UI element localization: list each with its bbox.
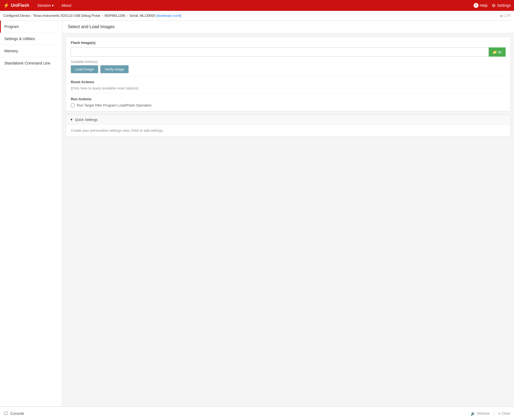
configured-device-label: Configured Device <box>3 14 30 18</box>
sidebar-item-standalone[interactable]: Standalone Command Line <box>0 57 62 69</box>
sidebar-item-program[interactable]: Program <box>0 21 62 33</box>
load-image-button[interactable]: Load Image <box>71 65 98 73</box>
verbose-label: Verbose <box>477 411 490 415</box>
clear-label: Clear <box>502 411 510 415</box>
top-nav: ⚡ UniFlash Session ▾ About ? Help ⚙ Sett… <box>0 0 514 11</box>
serial-value: ML130000 <box>140 14 155 18</box>
run-target-label: Run Target After Program Load/Flash Oper… <box>77 103 152 107</box>
console-icon: ☐ <box>4 411 8 416</box>
main-layout: Program Settings & Utilities Memory Stan… <box>0 21 514 406</box>
console-label: Console <box>10 411 24 416</box>
run-target-row: Run Target After Program Load/Flash Oper… <box>71 103 506 107</box>
flash-icon: ⚡ <box>3 2 9 8</box>
help-icon: ? <box>474 3 478 8</box>
help-button[interactable]: ? Help <box>474 3 488 8</box>
sidebar: Program Settings & Utilities Memory Stan… <box>0 21 62 406</box>
flash-images-label: Flash Image(s) <box>71 41 506 45</box>
console-action-divider: | <box>493 411 494 416</box>
session-menu[interactable]: Session ▾ <box>35 2 57 9</box>
session-dropdown-arrow: ▾ <box>52 3 54 8</box>
breadcrumb-sep-2: › <box>127 14 128 18</box>
sidebar-item-memory[interactable]: Memory <box>0 45 62 57</box>
actions-row: Load Image Verify Image <box>71 65 506 73</box>
app-name: UniFlash <box>11 3 29 8</box>
settings-button[interactable]: ⚙ Settings <box>492 3 511 8</box>
quick-settings-body: Create your personalize settings view. C… <box>66 125 510 136</box>
reset-actions-label: Reset Actions <box>71 80 506 84</box>
clear-button[interactable]: ≡ Clear <box>498 411 510 416</box>
serial-label: Serial: <box>130 14 139 18</box>
device-name: Texas Instruments XDS110 USB Debug Probe <box>33 14 100 18</box>
content-header: Select and Load Images <box>62 21 514 33</box>
quick-settings-card: ▼ Quick Settings Create your personalize… <box>66 115 511 137</box>
download-ccxml-link[interactable]: [download ccxml] <box>156 14 181 18</box>
verbose-button[interactable]: 🔊 Verbose <box>471 411 490 416</box>
verify-image-button[interactable]: Verify Image <box>100 65 129 73</box>
flash-images-card: Flash Image(s) 📁 Br Available Action(s) … <box>66 37 511 111</box>
cor-status: ◉ COR <box>500 14 511 18</box>
flash-images-section: Flash Image(s) 📁 Br Available Action(s) … <box>66 37 510 111</box>
content-area: Select and Load Images Flash Image(s) 📁 … <box>62 21 514 406</box>
breadcrumb-sep-1: › <box>102 14 103 18</box>
quick-settings-header[interactable]: ▼ Quick Settings <box>66 115 510 125</box>
quick-settings-chevron: ▼ <box>70 118 73 122</box>
console-bar: ☐ Console 🔊 Verbose | ≡ Clear <box>0 406 514 420</box>
top-right-actions: ? Help ⚙ Settings <box>474 3 511 8</box>
app-brand: ⚡ UniFlash <box>3 2 29 8</box>
flash-input-row: 📁 Br <box>71 47 506 57</box>
quick-settings-label: Quick Settings <box>75 118 98 122</box>
device-bar: Configured Device : Texas Instruments XD… <box>0 11 514 21</box>
browse-button[interactable]: 📁 Br <box>489 47 506 57</box>
clear-icon: ≡ <box>498 411 500 416</box>
sidebar-item-settings-utilities[interactable]: Settings & Utilities <box>0 33 62 45</box>
verbose-icon: 🔊 <box>471 411 475 416</box>
run-target-checkbox[interactable] <box>71 104 75 107</box>
chip-name: MSPM0L1306 <box>105 14 125 18</box>
reset-link[interactable]: [Click here to query available reset opt… <box>71 86 506 90</box>
about-menu[interactable]: About <box>59 2 74 9</box>
available-actions-label: Available Action(s) <box>71 60 506 64</box>
run-actions-label: Run Actions <box>71 97 506 101</box>
browse-folder-icon: 📁 <box>493 50 497 54</box>
settings-icon: ⚙ <box>492 3 496 8</box>
flash-image-input[interactable] <box>71 47 489 57</box>
